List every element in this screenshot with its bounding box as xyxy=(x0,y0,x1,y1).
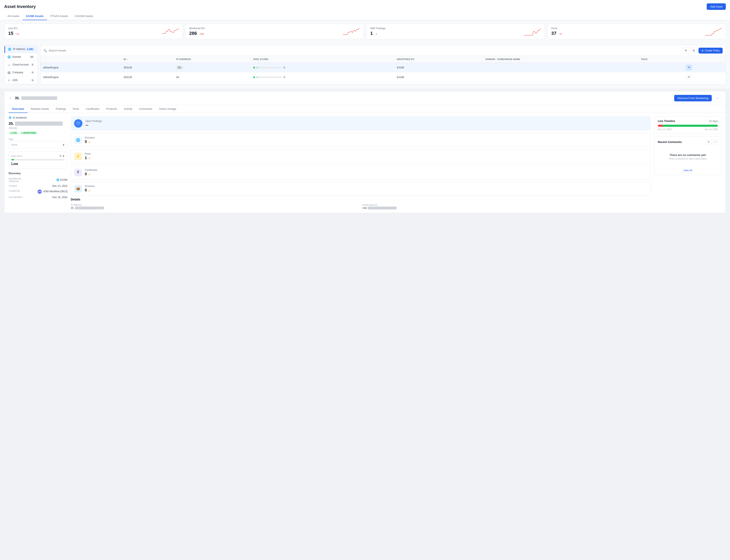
created-by-value: AW ASM Workflow [3813] xyxy=(38,190,67,194)
detail-tab-lineage[interactable]: Asset Lineage xyxy=(156,105,179,113)
row-tags xyxy=(638,63,684,72)
products-metric-card[interactable]: 📦 Products 0 ↓0 xyxy=(71,182,651,196)
detail-actions: Remove From Monitoring ⋯ xyxy=(674,94,721,102)
tags-field-label: Tags xyxy=(9,138,67,140)
row-identified: EASM xyxy=(394,63,483,72)
ports-metric-card[interactable]: ⚡ Ports 1 ↓0 xyxy=(71,149,651,163)
detail-panel: ← 35. ████████ Remove From Monitoring ⋯ … xyxy=(4,91,726,213)
row-domain xyxy=(483,63,638,72)
detail-tab-related[interactable]: Related Assets xyxy=(27,105,52,113)
refresh-comments-button[interactable]: ↻ xyxy=(706,139,712,145)
tags-dropdown[interactable]: None ∨ xyxy=(9,141,67,148)
view-asset-button-2[interactable]: 👁 xyxy=(686,75,692,80)
view-all-comments: View All xyxy=(658,169,718,172)
col-ip: IP Address xyxy=(174,56,251,63)
detail-tab-overview[interactable]: Overview xyxy=(9,105,27,113)
last-modified-value: Dec 18, 2024 xyxy=(52,196,67,199)
col-tags: Tags xyxy=(638,56,684,63)
asset-id-value: 353136 xyxy=(9,127,67,130)
open-findings-card: 🛡 Open Findings -- xyxy=(71,116,651,131)
detail-tab-findings[interactable]: Findings xyxy=(52,105,69,113)
columns-button[interactable]: ⊞ xyxy=(691,47,697,54)
timeline-header: Live Timeline 32 days xyxy=(658,119,718,123)
ports-icon: ⚡ xyxy=(74,153,82,160)
tab-ptaas-assets[interactable]: PTAAS Assets xyxy=(47,12,71,20)
comments-card: Recent Comments ↻ + There are no comment… xyxy=(654,136,721,175)
search-icon: 🔍 xyxy=(43,49,47,52)
detail-right-column: Live Timeline 32 days Dec 13, 2024 Jan 1… xyxy=(654,116,721,209)
col-id[interactable]: ID ↕ xyxy=(121,56,174,63)
tab-all-assets[interactable]: All Assets xyxy=(4,12,23,20)
domain-icon: 🌐 xyxy=(7,55,11,59)
detail-left-column: 🌐 IP Address 35. ██████████ 353136 ● LIV… xyxy=(9,116,67,209)
created-by-row: Created By AW ASM Workflow [3813] xyxy=(9,190,67,194)
tab-caasm-assets[interactable]: CAASM Assets xyxy=(71,12,96,20)
stats-row: Live IP's 15 ↑15 Monitored IPs 286 ↑286 … xyxy=(0,20,730,43)
tags-value: None xyxy=(11,143,17,146)
last-modified-row: Last Modified Dec 18, 2024 xyxy=(9,196,67,199)
stat-live-ips: Live IP's 15 ↑15 xyxy=(4,24,183,39)
filter-button[interactable]: ⚙ xyxy=(683,47,689,54)
risk-bar xyxy=(11,159,65,160)
risk-level-label: Low xyxy=(11,162,65,166)
stat-ports: Ports 37 ↑37 xyxy=(547,24,726,39)
detail-tab-ports[interactable]: Ports xyxy=(69,105,82,113)
main-content: 🌐 IP Address 1.29K 🌐 Domain 64 ☁️ Cloud … xyxy=(0,43,730,89)
row-id: 353135 xyxy=(121,72,174,82)
risk-expand-icon[interactable]: ∨ xyxy=(63,154,65,157)
detail-tab-activity[interactable]: Activity xyxy=(120,105,136,113)
stat-with-findings: With Findings 1 ↑1 xyxy=(366,24,545,39)
filter-company[interactable]: 🏢 Company 4 xyxy=(4,69,38,76)
table-row: xkflow/Engine 353135 54. 0 EASM xyxy=(41,72,726,82)
more-options-button[interactable]: ⋯ xyxy=(713,94,721,102)
filter-cloud-account[interactable]: ☁️ Cloud Account 6 xyxy=(4,61,38,69)
domains-icon: 🌐 xyxy=(74,136,82,144)
add-asset-button[interactable]: Add Asset xyxy=(707,3,726,10)
no-comments-subtitle: Post a comment to start a discussion xyxy=(661,157,714,160)
detail-header: ← 35. ████████ Remove From Monitoring ⋯ xyxy=(4,91,726,105)
col-name xyxy=(41,56,121,63)
certificates-metric-card[interactable]: 🎖 Certificates 0 ↓0 xyxy=(71,165,651,179)
create-policy-button[interactable]: ⊕ Create Policy xyxy=(699,48,723,54)
ip-address-icon: 🌐 xyxy=(8,47,11,51)
filter-ip-address[interactable]: 🌐 IP Address 1.29K xyxy=(4,45,38,53)
asn-icon: # xyxy=(7,79,11,82)
row-action[interactable]: 👁 xyxy=(684,63,726,72)
search-input[interactable] xyxy=(49,49,91,52)
domains-metric-card[interactable]: 🌐 Domains 0 ↓0 xyxy=(71,133,651,147)
detail-tab-certificates[interactable]: Certificates xyxy=(82,105,103,113)
discovery-section: Discovery Identified By (Optional) 🌐 EAS… xyxy=(9,172,67,199)
remove-from-monitoring-button[interactable]: Remove From Monitoring xyxy=(674,95,712,101)
cloud-account-icon: ☁️ xyxy=(7,63,11,66)
row-action[interactable]: 👁 xyxy=(684,72,726,82)
back-button[interactable]: ← xyxy=(9,96,12,100)
filter-sidebar: 🌐 IP Address 1.29K 🌐 Domain 64 ☁️ Cloud … xyxy=(4,45,38,84)
ip-address-value: 35. ██████████ xyxy=(9,122,67,126)
detail-tab-comments[interactable]: Comments xyxy=(136,105,156,113)
tab-easm-assets[interactable]: EASM Assets xyxy=(23,12,47,20)
filter-domain[interactable]: 🌐 Domain 64 xyxy=(4,53,38,61)
table-toolbar: 🔍 ⚙ ⊞ ⊕ Create Policy xyxy=(41,45,726,56)
cloud-asset-id-detail: Cloud Asset ID i-0a! ████████ xyxy=(362,204,651,209)
ip-address-detail: IP Address 35. ████████ xyxy=(71,204,360,209)
add-comment-button[interactable]: + xyxy=(713,139,718,145)
row-identified: EASM xyxy=(394,72,483,82)
risk-score-value: 0 xyxy=(60,154,61,157)
live-badge: ● LIVE xyxy=(9,131,18,135)
main-tabs: All Assets EASM Assets PTAAS Assets CAAS… xyxy=(4,12,726,20)
monitored-badge: ● MONITORED xyxy=(20,131,38,135)
no-comments-section: There are no comments yet! Post a commen… xyxy=(658,147,718,166)
tags-chevron-icon: ∨ xyxy=(63,143,65,146)
discovery-title: Discovery xyxy=(9,172,67,175)
ip-address-section-icon: 🌐 xyxy=(9,116,12,119)
detail-tab-products[interactable]: Products xyxy=(103,105,120,113)
comments-actions: ↻ + xyxy=(706,139,718,145)
view-asset-button[interactable]: 👁 xyxy=(686,65,692,70)
row-id: 353136 xyxy=(121,63,174,72)
identified-by-row: Identified By (Optional) 🌐 EASM xyxy=(9,177,67,182)
row-risk: 0 xyxy=(251,72,394,82)
detail-body: 🌐 IP Address 35. ██████████ 353136 ● LIV… xyxy=(4,113,726,213)
no-comments-title: There are no comments yet! xyxy=(661,153,714,157)
view-all-comments-button[interactable]: View All xyxy=(683,169,692,172)
filter-asn[interactable]: # ASN 4 xyxy=(4,76,38,84)
